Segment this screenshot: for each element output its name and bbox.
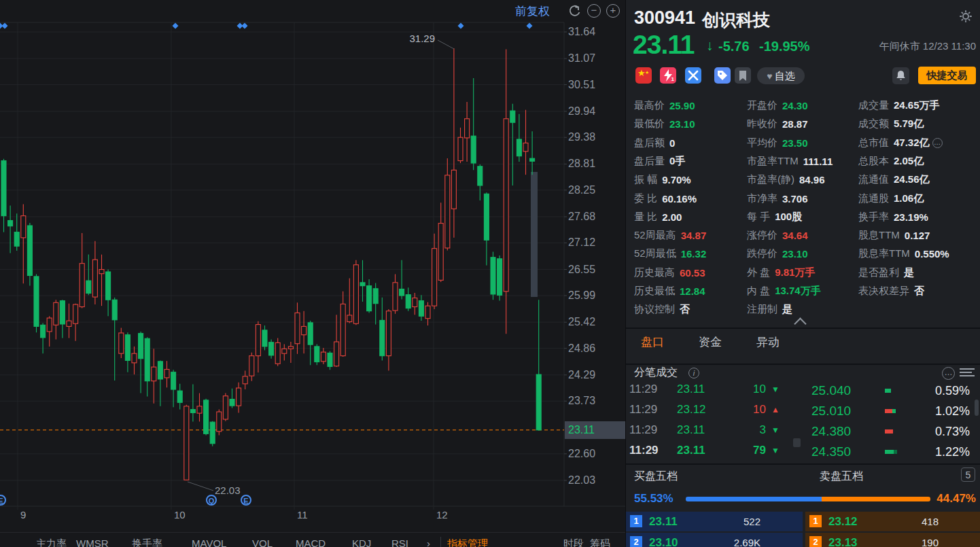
favorite-button[interactable]: ♥自选 [757, 67, 805, 84]
indicator-item[interactable]: MAVOL [192, 537, 226, 547]
candle[interactable] [249, 356, 254, 376]
candle[interactable] [282, 349, 287, 353]
candle[interactable] [112, 300, 117, 320]
candle[interactable] [471, 136, 476, 163]
candle[interactable] [223, 396, 228, 419]
candle[interactable] [373, 289, 378, 304]
candle[interactable] [60, 301, 65, 324]
candle[interactable] [8, 220, 13, 226]
candle[interactable] [230, 399, 234, 406]
candle[interactable] [517, 139, 521, 156]
candle[interactable] [139, 334, 143, 359]
candle[interactable] [171, 372, 176, 389]
candle[interactable] [204, 400, 209, 434]
candle[interactable] [184, 406, 189, 480]
candle[interactable] [41, 325, 46, 338]
more-options-icon[interactable]: … [942, 367, 955, 380]
candle[interactable] [458, 137, 463, 160]
toolbar-right-item[interactable]: 筹码 [590, 537, 610, 547]
candle[interactable] [47, 318, 52, 332]
candle[interactable] [315, 347, 319, 362]
more-info-icon[interactable]: … [932, 138, 943, 148]
toolbar-right-item[interactable]: 时段 [563, 537, 584, 547]
indicator-item[interactable]: › [427, 537, 430, 547]
candle[interactable] [237, 388, 241, 406]
candle[interactable] [145, 338, 150, 381]
candle[interactable] [432, 249, 437, 306]
candle[interactable] [465, 119, 470, 138]
candle[interactable] [419, 301, 423, 317]
indicator-item[interactable]: KDJ [352, 537, 371, 547]
candle[interactable] [67, 321, 71, 326]
indicator-item[interactable]: 主力率 [36, 537, 67, 547]
candle[interactable] [158, 361, 162, 379]
indicator-item[interactable]: MACD [296, 537, 326, 547]
candle[interactable] [353, 265, 358, 324]
candlestick-chart[interactable] [0, 0, 625, 547]
candle[interactable] [210, 422, 215, 444]
candle[interactable] [152, 367, 156, 381]
candle[interactable] [54, 302, 58, 325]
candle[interactable] [21, 216, 26, 238]
undo-icon[interactable] [568, 4, 582, 18]
candle[interactable] [197, 406, 202, 413]
candle[interactable] [106, 272, 111, 300]
event-circle-marker[interactable]: Q [206, 495, 217, 506]
candle[interactable] [295, 313, 300, 343]
candle[interactable] [328, 353, 332, 367]
candle[interactable] [406, 295, 410, 308]
candle[interactable] [334, 342, 339, 366]
indicator-item[interactable]: RSI [391, 537, 408, 547]
depth-level-badge[interactable]: 5 [961, 467, 975, 482]
announcement-diamond-icon[interactable] [241, 22, 247, 29]
candle[interactable] [380, 320, 385, 355]
candle[interactable] [340, 304, 345, 355]
quick-trade-button[interactable]: 快捷交易 [918, 67, 976, 84]
candle[interactable] [451, 170, 456, 209]
candle[interactable] [484, 194, 489, 240]
candle[interactable] [262, 330, 267, 347]
indicator-item[interactable]: 换手率 [132, 537, 162, 547]
candle[interactable] [1, 161, 6, 216]
tab-pankou[interactable]: 盘口 [641, 334, 664, 350]
candle[interactable] [288, 347, 293, 349]
candle[interactable] [491, 258, 495, 294]
candle[interactable] [413, 298, 417, 306]
candle[interactable] [438, 224, 443, 281]
candle[interactable] [302, 326, 307, 334]
adjust-mode-dropdown[interactable]: 前复权 [515, 3, 550, 19]
candle[interactable] [80, 264, 84, 307]
gear-icon[interactable] [958, 9, 973, 27]
candle[interactable] [275, 342, 280, 364]
list-view-icon[interactable] [960, 368, 975, 379]
event-circle-marker[interactable]: E [241, 495, 251, 506]
announcement-diamond-icon[interactable] [172, 22, 178, 29]
candle[interactable] [386, 311, 391, 356]
scrollbar-thumb[interactable] [793, 438, 801, 447]
candle[interactable] [34, 277, 39, 326]
ask-level-row[interactable]: 123.12418 [805, 512, 980, 531]
candle[interactable] [497, 259, 502, 296]
indicator-manage-button[interactable]: 指标管理 [447, 537, 488, 547]
candle[interactable] [445, 175, 450, 248]
candle[interactable] [177, 391, 182, 402]
candle[interactable] [132, 353, 137, 363]
indicator-item[interactable]: VOL [252, 537, 273, 547]
candle[interactable] [14, 232, 19, 247]
bid-level-row[interactable]: 123.11522 [626, 512, 803, 531]
alert-bell-icon[interactable] [892, 67, 909, 84]
candle[interactable] [530, 158, 535, 161]
candle[interactable] [360, 283, 365, 286]
candle[interactable] [523, 143, 528, 151]
candle[interactable] [217, 412, 222, 431]
candle[interactable] [73, 304, 78, 323]
candle[interactable] [504, 119, 508, 292]
scrollbar-thumb[interactable] [975, 400, 979, 416]
candle[interactable] [190, 410, 195, 413]
announcement-diamond-icon[interactable] [1, 22, 7, 29]
candle[interactable] [27, 226, 32, 275]
candle[interactable] [86, 281, 91, 294]
candle[interactable] [367, 286, 372, 311]
info-icon[interactable]: i [688, 368, 699, 378]
announcement-diamond-icon[interactable] [457, 22, 463, 29]
